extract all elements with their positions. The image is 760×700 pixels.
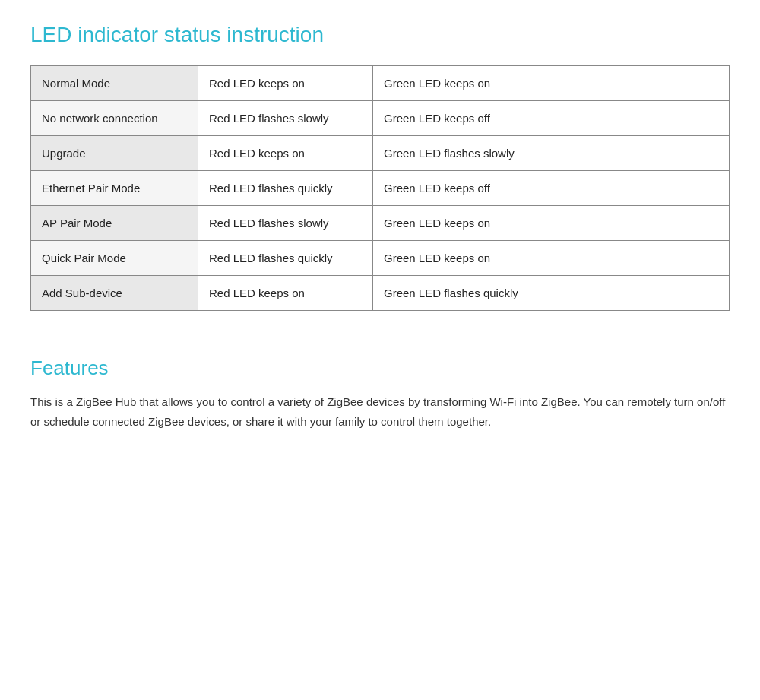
page-title: LED indicator status instruction: [30, 23, 730, 47]
mode-cell: Quick Pair Mode: [31, 241, 198, 276]
mode-cell: Upgrade: [31, 136, 198, 171]
mode-cell: No network connection: [31, 101, 198, 136]
green-led-cell: Green LED keeps on: [373, 66, 730, 101]
green-led-cell: Green LED keeps on: [373, 241, 730, 276]
green-led-cell: Green LED flashes quickly: [373, 276, 730, 311]
table-row: AP Pair ModeRed LED flashes slowlyGreen …: [31, 206, 730, 241]
green-led-cell: Green LED keeps off: [373, 171, 730, 206]
red-led-cell: Red LED keeps on: [198, 276, 373, 311]
features-title: Features: [30, 356, 730, 380]
features-text: This is a ZigBee Hub that allows you to …: [30, 392, 730, 431]
red-led-cell: Red LED keeps on: [198, 136, 373, 171]
table-row: No network connectionRed LED flashes slo…: [31, 101, 730, 136]
mode-cell: AP Pair Mode: [31, 206, 198, 241]
red-led-cell: Red LED flashes slowly: [198, 206, 373, 241]
green-led-cell: Green LED flashes slowly: [373, 136, 730, 171]
table-row: Add Sub-deviceRed LED keeps onGreen LED …: [31, 276, 730, 311]
table-row: Normal ModeRed LED keeps onGreen LED kee…: [31, 66, 730, 101]
red-led-cell: Red LED flashes quickly: [198, 171, 373, 206]
table-row: Quick Pair ModeRed LED flashes quicklyGr…: [31, 241, 730, 276]
led-table: Normal ModeRed LED keeps onGreen LED kee…: [30, 65, 730, 311]
mode-cell: Normal Mode: [31, 66, 198, 101]
features-section: Features This is a ZigBee Hub that allow…: [30, 356, 730, 431]
mode-cell: Ethernet Pair Mode: [31, 171, 198, 206]
green-led-cell: Green LED keeps on: [373, 206, 730, 241]
red-led-cell: Red LED flashes quickly: [198, 241, 373, 276]
green-led-cell: Green LED keeps off: [373, 101, 730, 136]
table-row: Ethernet Pair ModeRed LED flashes quickl…: [31, 171, 730, 206]
red-led-cell: Red LED flashes slowly: [198, 101, 373, 136]
table-row: UpgradeRed LED keeps onGreen LED flashes…: [31, 136, 730, 171]
red-led-cell: Red LED keeps on: [198, 66, 373, 101]
mode-cell: Add Sub-device: [31, 276, 198, 311]
